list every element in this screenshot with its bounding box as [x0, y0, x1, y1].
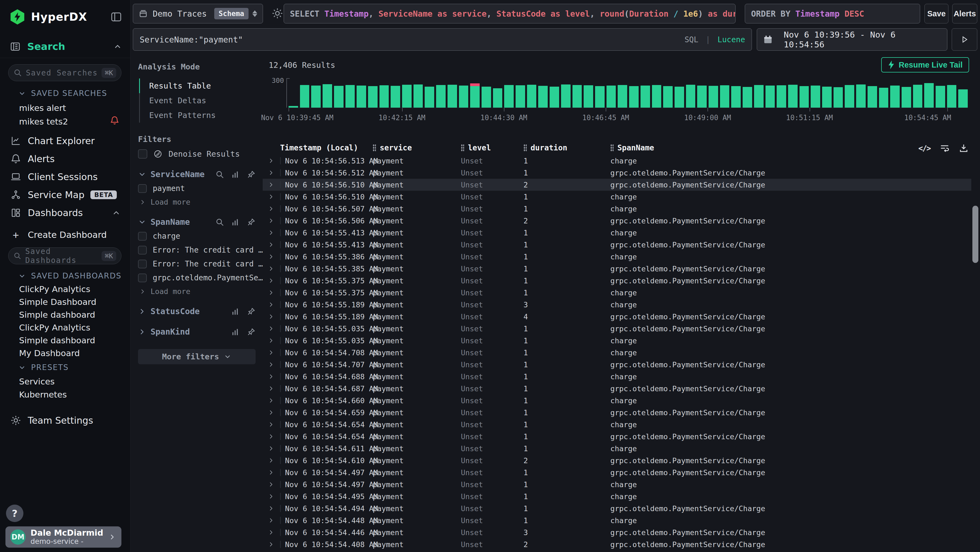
histogram-bar[interactable]: [924, 83, 934, 108]
table-row[interactable]: Nov 6 10:54:55.189 AMpaymentUnset4grpc.o…: [263, 311, 971, 322]
expand-row-icon[interactable]: [267, 193, 280, 200]
table-row[interactable]: Nov 6 10:54:54.446 AMpaymentUnset3grpc.o…: [263, 526, 971, 538]
table-row[interactable]: Nov 6 10:54:54.497 AMpaymentUnset1charge: [263, 479, 971, 490]
filter-search-icon[interactable]: [215, 170, 224, 179]
histogram-bar[interactable]: [379, 85, 389, 108]
expand-row-icon[interactable]: [267, 361, 280, 368]
saved-dashboard-item[interactable]: Simple Dashboard: [19, 297, 96, 307]
table-row[interactable]: Nov 6 10:54:55.375 AMpaymentUnset1charge: [263, 287, 971, 298]
filter-chart-icon[interactable]: [231, 170, 240, 179]
expand-row-icon[interactable]: [267, 469, 280, 476]
saved-dashboards-header[interactable]: SAVED DASHBOARDS: [18, 271, 121, 280]
expand-row-icon[interactable]: [267, 169, 280, 176]
sidebar-item-alerts[interactable]: Alerts: [10, 153, 122, 164]
hyperdx-logo-icon[interactable]: [10, 9, 25, 24]
table-row[interactable]: Nov 6 10:54:56.510 AMpaymentUnset1charge: [263, 191, 971, 203]
filter-section-spanname[interactable]: SpanName: [138, 217, 256, 227]
table-row[interactable]: Nov 6 10:54:54.610 AMpaymentUnset2grpc.o…: [263, 455, 971, 466]
order-by-input[interactable]: ORDER BY Timestamp DESC: [745, 4, 920, 24]
save-button[interactable]: Save: [924, 4, 948, 24]
expand-row-icon[interactable]: [267, 445, 280, 452]
histogram-bar[interactable]: [356, 86, 366, 108]
saved-search-item[interactable]: mikes tets2: [19, 116, 68, 126]
filter-value-row[interactable]: grpc.oteldemo.PaymentSe…: [138, 273, 256, 282]
histogram-bar[interactable]: [754, 85, 764, 108]
histogram-bar[interactable]: [595, 86, 605, 108]
download-icon[interactable]: [959, 143, 969, 153]
expand-row-icon[interactable]: [267, 433, 280, 440]
checkbox[interactable]: [138, 274, 147, 282]
histogram-bar[interactable]: [845, 85, 854, 108]
table-row[interactable]: Nov 6 10:54:54.495 AMpaymentUnset1charge: [263, 490, 971, 503]
histogram-bar[interactable]: [686, 85, 695, 108]
column-header-level[interactable]: level: [461, 143, 523, 152]
histogram-bar[interactable]: [697, 86, 707, 108]
histogram-bar[interactable]: [470, 86, 480, 108]
denoise-results-toggle[interactable]: Denoise Results: [138, 149, 256, 159]
expand-row-icon[interactable]: [267, 493, 280, 500]
analysis-tab-event-deltas[interactable]: Event Deltas: [140, 93, 256, 108]
histogram-bar[interactable]: [368, 86, 377, 108]
source-settings-gear-icon[interactable]: [271, 7, 284, 20]
expand-row-icon[interactable]: [267, 517, 280, 524]
histogram-bar[interactable]: [641, 86, 650, 108]
filter-search-icon[interactable]: [215, 218, 224, 227]
histogram-bar[interactable]: [459, 86, 468, 108]
saved-searches-input[interactable]: Saved Searches ⌘K: [8, 64, 121, 81]
histogram-bar[interactable]: [856, 85, 865, 108]
table-row[interactable]: Nov 6 10:54:54.707 AMpaymentUnset1grpc.o…: [263, 359, 971, 370]
histogram-bar[interactable]: [788, 85, 798, 108]
collapse-sidebar-icon[interactable]: [110, 11, 122, 23]
table-row[interactable]: Nov 6 10:54:54.497 AMpaymentUnset1grpc.o…: [263, 466, 971, 479]
saved-searches-header[interactable]: SAVED SEARCHES: [18, 89, 107, 98]
table-row[interactable]: Nov 6 10:54:56.506 AMpaymentUnset2grpc.o…: [263, 215, 971, 227]
saved-dashboard-item[interactable]: My Dashboard: [19, 348, 80, 358]
table-row[interactable]: Nov 6 10:54:54.660 AMpaymentUnset1charge: [263, 394, 971, 407]
histogram-bar[interactable]: [765, 86, 775, 108]
histogram-bar[interactable]: [720, 85, 730, 108]
column-header-timestamp-local-[interactable]: Timestamp (Local): [280, 143, 373, 152]
histogram-bar[interactable]: [493, 88, 503, 108]
histogram-bar[interactable]: [731, 86, 741, 108]
sql-select-input[interactable]: SELECT Timestamp, ServiceName as service…: [284, 4, 735, 24]
expand-row-icon[interactable]: [267, 481, 280, 488]
histogram-bar[interactable]: [504, 85, 514, 108]
filter-value-row[interactable]: Error: The credit card …: [138, 259, 256, 268]
histogram-bar[interactable]: [652, 85, 662, 108]
histogram-bar[interactable]: [675, 87, 684, 108]
load-more-button[interactable]: Load more: [139, 198, 256, 206]
expand-row-icon[interactable]: [267, 337, 280, 344]
mode-sql-toggle[interactable]: SQL: [685, 35, 698, 44]
histogram-bar[interactable]: [402, 85, 412, 108]
expand-row-icon[interactable]: [267, 157, 280, 164]
presets-header[interactable]: PRESETS: [18, 363, 68, 372]
table-row[interactable]: Nov 6 10:54:54.654 AMpaymentUnset1grpc.o…: [263, 431, 971, 442]
table-row[interactable]: Nov 6 10:54:54.448 AMpaymentUnset1charge: [263, 514, 971, 526]
checkbox[interactable]: [138, 149, 147, 159]
histogram-bar[interactable]: [573, 85, 582, 108]
mode-lucene-toggle[interactable]: Lucene: [718, 35, 745, 44]
expand-row-icon[interactable]: [267, 301, 280, 308]
expand-row-icon[interactable]: [267, 241, 280, 248]
histogram-bar[interactable]: [618, 85, 627, 108]
histogram-bar[interactable]: [902, 87, 911, 108]
table-row[interactable]: Nov 6 10:54:56.512 AMpaymentUnset1grpc.o…: [263, 167, 971, 179]
histogram-bar[interactable]: [414, 85, 423, 108]
expand-row-icon[interactable]: [267, 205, 280, 212]
saved-dashboard-item[interactable]: ClickPy Analytics: [19, 322, 91, 332]
expand-row-icon[interactable]: [267, 277, 280, 284]
filter-pin-icon[interactable]: [247, 327, 256, 336]
user-menu[interactable]: DM Dale McDiarmid demo-service -: [5, 526, 121, 548]
histogram-bar[interactable]: [482, 87, 491, 108]
drag-handle-icon[interactable]: [461, 144, 464, 151]
expand-row-icon[interactable]: [267, 289, 280, 296]
histogram-bar[interactable]: [550, 87, 559, 108]
scrollbar-thumb[interactable]: [972, 206, 978, 263]
histogram-bar[interactable]: [425, 87, 434, 108]
histogram-bar[interactable]: [935, 86, 945, 108]
expand-row-icon[interactable]: [267, 313, 280, 320]
checkbox[interactable]: [138, 246, 147, 254]
histogram-bar[interactable]: [958, 89, 968, 108]
checkbox[interactable]: [138, 184, 147, 193]
results-histogram[interactable]: 300 Nov 6 10:39:45 AM10:42:15 AM10:44:30…: [288, 80, 968, 135]
